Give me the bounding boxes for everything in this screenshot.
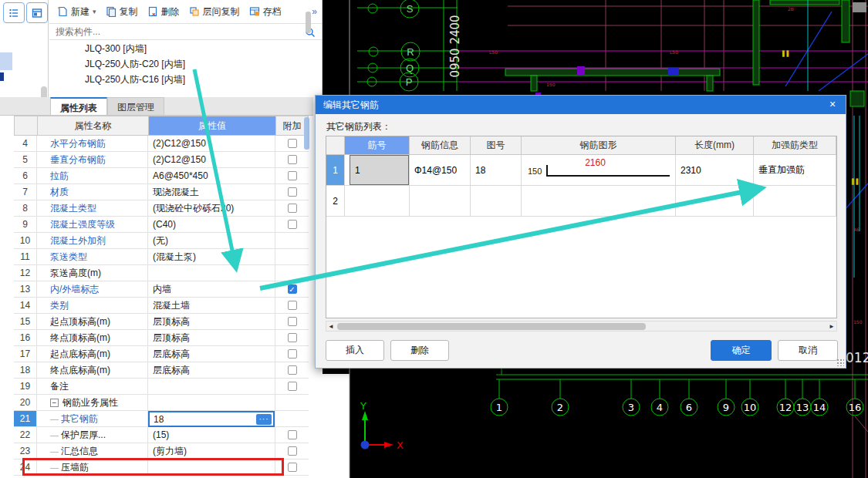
value-editor[interactable]: 18···	[148, 411, 275, 427]
collapsed-tab[interactable]	[0, 52, 12, 70]
attach-checkbox[interactable]: ✓	[288, 284, 297, 294]
delete-row-button[interactable]: 删除	[390, 340, 449, 361]
attach-checkbox[interactable]	[288, 139, 297, 148]
search-input[interactable]	[49, 24, 322, 39]
delete-button[interactable]: × 删除	[144, 3, 183, 21]
component-list-scrollbar[interactable]	[306, 12, 311, 33]
collapse-toggle-icon[interactable]: −	[50, 399, 59, 407]
property-name[interactable]: 混凝土外加剂	[37, 233, 148, 248]
dialog-h-scrollbar[interactable]: ◄ ►	[326, 321, 837, 332]
length-cell[interactable]: 2310	[676, 155, 754, 185]
property-row[interactable]: 14类别混凝土墙	[14, 298, 309, 314]
cancel-button[interactable]: 取消	[778, 340, 838, 361]
property-value[interactable]: 层顶标高	[148, 330, 275, 345]
tab-layer-management[interactable]: 图层管理	[107, 97, 164, 115]
copy-button[interactable]: 复制	[103, 3, 141, 21]
figure-number-cell[interactable]: 18	[471, 155, 522, 185]
layer-copy-button[interactable]: 层间复制	[186, 3, 243, 21]
property-name[interactable]: 垂直分布钢筋	[37, 152, 148, 167]
attach-checkbox[interactable]	[288, 333, 297, 342]
property-row[interactable]: 17起点底标高(m)层底标高	[14, 346, 309, 362]
scroll-thumb[interactable]	[337, 323, 646, 330]
property-value[interactable]: 混凝土墙	[148, 298, 275, 313]
property-row[interactable]: 8混凝土类型(现浇砼中砂砾石20)	[14, 200, 309, 217]
ok-button[interactable]: 确定	[711, 340, 772, 361]
property-value[interactable]: 现浇混凝土	[148, 184, 275, 200]
attach-checkbox[interactable]	[288, 365, 297, 375]
property-row[interactable]: 23—汇总信息(剪力墙)	[14, 443, 309, 459]
new-button[interactable]: 新建▾	[54, 3, 100, 21]
property-value[interactable]: (现浇砼中砂砾石20)	[148, 200, 275, 216]
property-value[interactable]: A6@450*450	[148, 168, 275, 183]
dialog-titlebar[interactable]: 编辑其它钢筋 ×	[316, 96, 846, 114]
row-number[interactable]: 1	[326, 155, 345, 185]
rebar-shape-cell[interactable]: 1502160	[522, 155, 676, 185]
property-row[interactable]: 11泵送类型(混凝土泵)	[14, 249, 309, 265]
figure-number-cell[interactable]	[471, 186, 522, 216]
property-name[interactable]: 混凝土类型	[37, 200, 148, 216]
property-value[interactable]: (2)C12@150	[148, 152, 275, 167]
property-value[interactable]: (2)C12@150	[148, 136, 275, 151]
property-value[interactable]: (剪力墙)	[148, 443, 275, 459]
attach-checkbox[interactable]	[288, 204, 297, 213]
property-row[interactable]: 10混凝土外加剂(无)	[14, 233, 309, 249]
property-value[interactable]: (15)	[148, 427, 275, 443]
selected-cell[interactable]: 1	[350, 155, 409, 185]
property-name[interactable]: 类别	[37, 298, 148, 313]
property-row[interactable]: 19备注	[14, 379, 309, 395]
property-row[interactable]: 7材质现浇混凝土	[14, 184, 309, 200]
length-cell[interactable]	[676, 186, 754, 216]
property-row[interactable]: 15起点顶标高(m)层顶标高	[14, 314, 309, 330]
property-row[interactable]: 13内/外墙标志内墙✓	[14, 281, 309, 298]
property-row[interactable]: 21—其它钢筋18···	[14, 411, 309, 427]
property-row[interactable]: 4水平分布钢筋(2)C12@150	[14, 136, 309, 152]
property-value[interactable]: 层底标高	[148, 362, 275, 378]
property-value[interactable]: 层底标高	[148, 346, 275, 362]
attach-checkbox[interactable]	[288, 349, 297, 358]
attach-checkbox[interactable]	[288, 463, 297, 472]
archive-button[interactable]: 存档	[246, 3, 285, 21]
col-strengthen-type[interactable]: 加强筋类型	[754, 136, 836, 154]
row-number[interactable]: 2	[326, 186, 345, 216]
property-name[interactable]: 混凝土强度等级	[37, 217, 148, 232]
attach-checkbox[interactable]	[288, 430, 297, 439]
attach-checkbox[interactable]	[288, 155, 297, 164]
strengthen-type-cell[interactable]	[754, 186, 836, 216]
property-row[interactable]: 20−钢筋业务属性	[14, 395, 309, 411]
property-name[interactable]: 泵送类型	[37, 249, 148, 264]
insert-button[interactable]: 插入	[326, 340, 384, 361]
property-row[interactable]: 16终点顶标高(m)层顶标高	[14, 330, 309, 346]
rebar-row[interactable]: 2	[326, 186, 836, 217]
list-view-button[interactable]	[3, 2, 25, 23]
rebar-info-cell[interactable]: Φ14@150	[410, 155, 471, 185]
col-rebar-info[interactable]: 钢筋信息	[410, 136, 471, 154]
strengthen-type-cell[interactable]: 垂直加强筋	[754, 155, 836, 185]
property-name[interactable]: 拉筋	[37, 168, 148, 183]
attach-checkbox[interactable]	[288, 382, 297, 391]
property-value[interactable]: (混凝土泵)	[148, 249, 275, 264]
col-rebar-shape[interactable]: 钢筋图形	[522, 136, 676, 154]
property-value[interactable]	[148, 379, 275, 394]
property-name[interactable]: —其它钢筋	[37, 411, 148, 426]
col-bar-number[interactable]: 筋号	[345, 136, 410, 154]
bar-number-cell[interactable]	[345, 186, 410, 216]
property-name[interactable]: 内/外墙标志	[37, 281, 148, 297]
property-scrollbar[interactable]	[304, 117, 309, 150]
dialog-close-button[interactable]: ×	[826, 98, 839, 110]
property-value[interactable]: 18···	[148, 411, 275, 426]
property-name[interactable]: 水平分布钢筋	[37, 136, 148, 151]
component-list-item[interactable]: JLQ-300 [内墙]	[49, 41, 322, 56]
property-value[interactable]	[148, 395, 275, 410]
property-name[interactable]: 材质	[37, 184, 148, 200]
tab-property-list[interactable]: 属性列表	[50, 97, 107, 115]
attach-checkbox[interactable]	[288, 317, 297, 326]
ellipsis-button[interactable]: ···	[256, 414, 272, 425]
property-value[interactable]	[148, 265, 275, 281]
panel-view-button[interactable]	[26, 2, 48, 23]
new-dropdown-caret[interactable]: ▾	[93, 8, 96, 15]
component-list-item[interactable]: JLQ-250人防-C20 [内墙]	[49, 56, 322, 72]
property-row[interactable]: 22—保护层厚...(15)	[14, 427, 309, 443]
attach-checkbox[interactable]	[288, 171, 297, 180]
property-value[interactable]: 层顶标高	[148, 314, 275, 329]
component-list-item[interactable]: JLQ-250人防-C16 [内墙]	[49, 72, 322, 87]
